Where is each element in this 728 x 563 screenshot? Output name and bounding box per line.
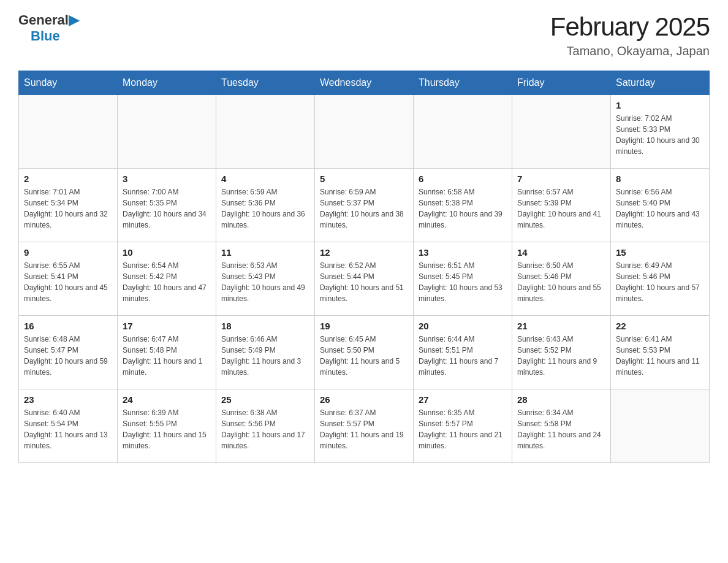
day-info: Sunrise: 6:54 AM Sunset: 5:42 PM Dayligh… — [123, 260, 211, 304]
day-info: Sunrise: 6:53 AM Sunset: 5:43 PM Dayligh… — [221, 260, 309, 304]
calendar-cell: 13Sunrise: 6:51 AM Sunset: 5:45 PM Dayli… — [414, 242, 512, 316]
calendar-week-row: 23Sunrise: 6:40 AM Sunset: 5:54 PM Dayli… — [19, 389, 710, 463]
day-number: 4 — [221, 174, 309, 184]
calendar-cell: 5Sunrise: 6:59 AM Sunset: 5:37 PM Daylig… — [315, 169, 414, 242]
logo-blue-text: Blue — [31, 28, 60, 44]
calendar-week-row: 2Sunrise: 7:01 AM Sunset: 5:34 PM Daylig… — [19, 169, 710, 242]
day-number: 12 — [320, 247, 408, 258]
day-number: 14 — [517, 247, 605, 258]
day-info: Sunrise: 6:50 AM Sunset: 5:46 PM Dayligh… — [517, 260, 605, 304]
day-info: Sunrise: 6:44 AM Sunset: 5:51 PM Dayligh… — [419, 334, 507, 378]
calendar-week-row: 1Sunrise: 7:02 AM Sunset: 5:33 PM Daylig… — [19, 95, 710, 169]
calendar-cell — [512, 95, 611, 169]
day-number: 19 — [320, 321, 408, 331]
calendar-subtitle: Tamano, Okayama, Japan — [550, 44, 710, 58]
day-info: Sunrise: 6:45 AM Sunset: 5:50 PM Dayligh… — [320, 334, 408, 378]
day-number: 2 — [24, 174, 112, 184]
day-number: 21 — [517, 321, 605, 331]
calendar-cell: 1Sunrise: 7:02 AM Sunset: 5:33 PM Daylig… — [611, 95, 710, 169]
day-number: 24 — [123, 394, 211, 405]
logo-general-text: General▶ — [18, 12, 79, 28]
day-number: 1 — [616, 100, 704, 110]
calendar-table: SundayMondayTuesdayWednesdayThursdayFrid… — [18, 71, 710, 463]
day-number: 3 — [123, 174, 211, 184]
day-number: 26 — [320, 394, 408, 405]
calendar-day-header: Tuesday — [216, 71, 315, 95]
calendar-cell: 20Sunrise: 6:44 AM Sunset: 5:51 PM Dayli… — [414, 316, 512, 389]
day-number: 10 — [123, 247, 211, 258]
calendar-day-header: Saturday — [611, 71, 710, 95]
calendar-cell: 24Sunrise: 6:39 AM Sunset: 5:55 PM Dayli… — [118, 389, 216, 463]
day-number: 27 — [419, 394, 507, 405]
day-number: 25 — [221, 394, 309, 405]
calendar-week-row: 16Sunrise: 6:48 AM Sunset: 5:47 PM Dayli… — [19, 316, 710, 389]
calendar-cell: 23Sunrise: 6:40 AM Sunset: 5:54 PM Dayli… — [19, 389, 118, 463]
calendar-cell — [611, 389, 710, 463]
day-number: 15 — [616, 247, 704, 258]
calendar-day-header: Thursday — [414, 71, 512, 95]
calendar-title: February 2025 — [550, 12, 710, 42]
calendar-cell: 22Sunrise: 6:41 AM Sunset: 5:53 PM Dayli… — [611, 316, 710, 389]
day-info: Sunrise: 6:59 AM Sunset: 5:37 PM Dayligh… — [320, 186, 408, 231]
day-info: Sunrise: 6:58 AM Sunset: 5:38 PM Dayligh… — [419, 186, 507, 231]
day-info: Sunrise: 6:59 AM Sunset: 5:36 PM Dayligh… — [221, 186, 309, 231]
calendar-day-header: Monday — [118, 71, 216, 95]
day-info: Sunrise: 6:46 AM Sunset: 5:49 PM Dayligh… — [221, 334, 309, 378]
calendar-cell — [19, 95, 118, 169]
calendar-cell: 16Sunrise: 6:48 AM Sunset: 5:47 PM Dayli… — [19, 316, 118, 389]
calendar-cell: 27Sunrise: 6:35 AM Sunset: 5:57 PM Dayli… — [414, 389, 512, 463]
calendar-cell — [216, 95, 315, 169]
day-info: Sunrise: 6:35 AM Sunset: 5:57 PM Dayligh… — [419, 407, 507, 451]
calendar-cell: 6Sunrise: 6:58 AM Sunset: 5:38 PM Daylig… — [414, 169, 512, 242]
day-info: Sunrise: 6:51 AM Sunset: 5:45 PM Dayligh… — [419, 260, 507, 304]
calendar-cell: 4Sunrise: 6:59 AM Sunset: 5:36 PM Daylig… — [216, 169, 315, 242]
day-info: Sunrise: 6:37 AM Sunset: 5:57 PM Dayligh… — [320, 407, 408, 451]
calendar-cell — [315, 95, 414, 169]
day-number: 11 — [221, 247, 309, 258]
day-number: 13 — [419, 247, 507, 258]
day-number: 7 — [517, 174, 605, 184]
day-number: 8 — [616, 174, 704, 184]
day-number: 22 — [616, 321, 704, 331]
calendar-cell: 2Sunrise: 7:01 AM Sunset: 5:34 PM Daylig… — [19, 169, 118, 242]
day-number: 17 — [123, 321, 211, 331]
calendar-day-header: Wednesday — [315, 71, 414, 95]
calendar-day-header: Sunday — [19, 71, 118, 95]
calendar-day-header: Friday — [512, 71, 611, 95]
day-info: Sunrise: 6:39 AM Sunset: 5:55 PM Dayligh… — [123, 407, 211, 451]
calendar-cell: 19Sunrise: 6:45 AM Sunset: 5:50 PM Dayli… — [315, 316, 414, 389]
logo: General▶ Blue — [18, 12, 79, 44]
day-number: 23 — [24, 394, 112, 405]
day-info: Sunrise: 6:40 AM Sunset: 5:54 PM Dayligh… — [24, 407, 112, 451]
day-number: 9 — [24, 247, 112, 258]
day-info: Sunrise: 6:43 AM Sunset: 5:52 PM Dayligh… — [517, 334, 605, 378]
day-info: Sunrise: 6:49 AM Sunset: 5:46 PM Dayligh… — [616, 260, 704, 304]
day-number: 28 — [517, 394, 605, 405]
calendar-week-row: 9Sunrise: 6:55 AM Sunset: 5:41 PM Daylig… — [19, 242, 710, 316]
calendar-cell: 26Sunrise: 6:37 AM Sunset: 5:57 PM Dayli… — [315, 389, 414, 463]
day-number: 16 — [24, 321, 112, 331]
calendar-header-row: SundayMondayTuesdayWednesdayThursdayFrid… — [19, 71, 710, 95]
day-info: Sunrise: 6:34 AM Sunset: 5:58 PM Dayligh… — [517, 407, 605, 451]
day-number: 5 — [320, 174, 408, 184]
page-header: General▶ Blue February 2025 Tamano, Okay… — [18, 12, 710, 58]
day-info: Sunrise: 6:52 AM Sunset: 5:44 PM Dayligh… — [320, 260, 408, 304]
calendar-cell — [414, 95, 512, 169]
day-number: 6 — [419, 174, 507, 184]
day-info: Sunrise: 6:56 AM Sunset: 5:40 PM Dayligh… — [616, 186, 704, 231]
day-info: Sunrise: 7:01 AM Sunset: 5:34 PM Dayligh… — [24, 186, 112, 231]
calendar-cell: 15Sunrise: 6:49 AM Sunset: 5:46 PM Dayli… — [611, 242, 710, 316]
day-info: Sunrise: 6:47 AM Sunset: 5:48 PM Dayligh… — [123, 334, 211, 378]
calendar-cell: 25Sunrise: 6:38 AM Sunset: 5:56 PM Dayli… — [216, 389, 315, 463]
calendar-cell: 10Sunrise: 6:54 AM Sunset: 5:42 PM Dayli… — [118, 242, 216, 316]
calendar-cell: 12Sunrise: 6:52 AM Sunset: 5:44 PM Dayli… — [315, 242, 414, 316]
day-info: Sunrise: 6:57 AM Sunset: 5:39 PM Dayligh… — [517, 186, 605, 231]
day-info: Sunrise: 7:00 AM Sunset: 5:35 PM Dayligh… — [123, 186, 211, 231]
calendar-cell: 11Sunrise: 6:53 AM Sunset: 5:43 PM Dayli… — [216, 242, 315, 316]
calendar-cell — [118, 95, 216, 169]
calendar-cell: 28Sunrise: 6:34 AM Sunset: 5:58 PM Dayli… — [512, 389, 611, 463]
calendar-cell: 3Sunrise: 7:00 AM Sunset: 5:35 PM Daylig… — [118, 169, 216, 242]
day-info: Sunrise: 6:48 AM Sunset: 5:47 PM Dayligh… — [24, 334, 112, 378]
day-number: 20 — [419, 321, 507, 331]
day-info: Sunrise: 6:55 AM Sunset: 5:41 PM Dayligh… — [24, 260, 112, 304]
